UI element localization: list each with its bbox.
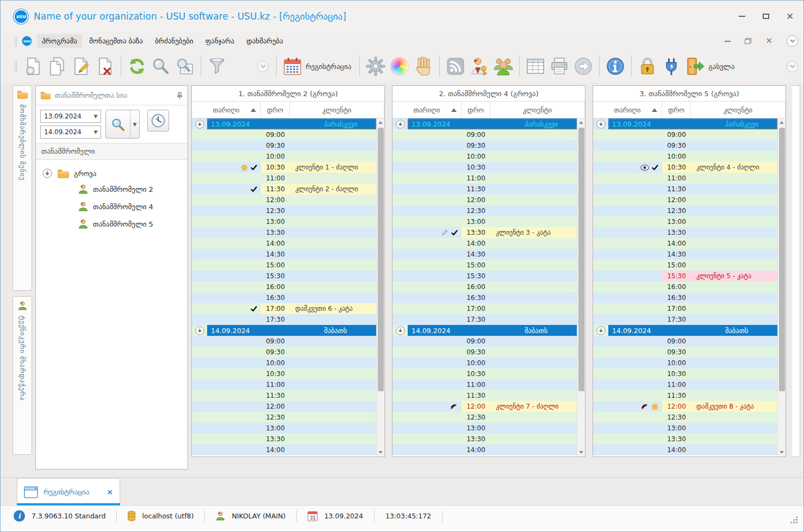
time-slot-row[interactable]: 11:00 (392, 173, 577, 184)
time-slot-row[interactable]: 17:30 (392, 314, 577, 325)
time-slot-row[interactable]: 12:30 (593, 205, 777, 216)
scrollbar-thumb[interactable] (378, 128, 384, 391)
time-slot-row[interactable]: 10:00 (593, 358, 777, 368)
time-slot-row[interactable]: 14:00 (192, 445, 376, 455)
search-button[interactable] (149, 54, 173, 78)
time-slot-row[interactable]: 09:30 (593, 347, 777, 358)
maximize-button[interactable] (760, 11, 772, 22)
time-slot-row[interactable]: 14:00 (593, 238, 777, 249)
date-group-row[interactable]: 13.09.2024პარასკევი (593, 118, 777, 129)
time-slot-row[interactable]: 09:00 (593, 336, 777, 347)
date-group-bar[interactable]: 14.09.2024შაბათს (207, 325, 376, 336)
close-button[interactable]: ✕ (784, 11, 796, 22)
time-slot-row[interactable]: 12:00 (192, 195, 376, 205)
copy-record-button[interactable] (45, 54, 69, 78)
time-slot-row[interactable]: 13:30 (593, 434, 777, 445)
time-slot-row[interactable]: 12:30 (192, 205, 376, 216)
time-slot-row[interactable]: 09:30 (593, 140, 777, 151)
time-slot-row[interactable]: 17:00 (392, 303, 577, 314)
date-group-row[interactable]: 14.09.2024შაბათს (192, 325, 376, 336)
tree-employee-item[interactable]: თანამშრომელი 5 (39, 215, 184, 233)
toolbar-overflow-button[interactable] (257, 61, 269, 72)
new-record-button[interactable] (21, 54, 45, 78)
date-group-row[interactable]: 14.09.2024შაბათს (593, 325, 777, 336)
time-slot-row[interactable]: 11:30 (593, 184, 777, 195)
time-slot-row[interactable]: 11:30 (392, 184, 577, 195)
date-from-input[interactable]: 13.09.2024 ▼ (40, 110, 101, 123)
print-button[interactable] (547, 54, 571, 78)
mdi-close-button[interactable]: ✕ (765, 37, 772, 45)
appointment-row[interactable]: 17:00დამკვეთი 6 - კატა (192, 303, 376, 314)
time-slot-row[interactable]: 16:30 (593, 292, 777, 303)
appointment-row[interactable]: 12:00დამკვეთი 8 - კატა (593, 401, 777, 412)
time-slot-row[interactable]: 11:00 (392, 379, 577, 390)
time-slot-row[interactable]: 14:00 (593, 445, 777, 455)
tree-group-node[interactable]: გროვა (39, 166, 184, 180)
collapse-icon[interactable] (42, 168, 52, 178)
time-slot-row[interactable]: 16:00 (593, 281, 777, 292)
tab-registration[interactable]: რეგისტრაცია ✕ (17, 478, 120, 505)
time-slot-row[interactable]: 14:00 (392, 445, 577, 455)
minimize-button[interactable] (736, 11, 748, 22)
toolbar-overflow-button-2[interactable] (787, 61, 798, 72)
time-slot-row[interactable]: 10:30 (392, 162, 577, 173)
feed-button[interactable] (444, 54, 468, 78)
chevron-down-icon[interactable]: ▼ (91, 110, 101, 122)
column-header-time[interactable]: დრო (261, 102, 290, 118)
scrollbar-thumb[interactable] (779, 128, 785, 391)
date-group-row[interactable]: 13.09.2024პარასკევი (192, 118, 376, 129)
appointment-row[interactable]: 15:30კლიენტი 5 - კატა (593, 271, 777, 281)
vertical-scrollbar[interactable] (777, 118, 786, 456)
time-slot-row[interactable]: 14:00 (192, 238, 376, 249)
time-slot-row[interactable]: 12:00 (593, 195, 777, 205)
time-slot-row[interactable]: 10:00 (192, 151, 376, 162)
toolbar-grip-2[interactable] (15, 61, 17, 72)
collapse-icon[interactable] (596, 326, 606, 335)
scroll-up-button[interactable] (577, 118, 585, 127)
time-slot-row[interactable]: 09:00 (192, 129, 376, 140)
tree-employee-item[interactable]: თანამშრომელი 2 (39, 180, 184, 198)
pin-icon[interactable] (176, 92, 183, 99)
sidebar-tab-support[interactable]: ტექნიკური მხარდაჭერა (13, 296, 32, 455)
menu-help[interactable]: დახმარება (241, 34, 288, 48)
scroll-up-button[interactable] (778, 118, 786, 127)
appointment-row[interactable]: 12:00კლიენტი 7 - ძაღლი (392, 401, 577, 412)
chevron-down-icon[interactable]: ▼ (91, 126, 101, 138)
time-slot-row[interactable]: 11:00 (593, 379, 777, 390)
time-slot-row[interactable]: 15:00 (192, 260, 376, 271)
scrollbar-thumb[interactable] (578, 128, 584, 391)
search-advanced-button[interactable] (173, 54, 197, 78)
time-slot-row[interactable]: 13:30 (392, 434, 577, 445)
date-group-bar[interactable]: 14.09.2024შაბათს (608, 325, 777, 336)
collapse-icon[interactable] (195, 120, 204, 129)
edit-record-button[interactable] (69, 54, 93, 78)
info-icon[interactable]: i (14, 510, 25, 522)
filter-button[interactable] (205, 54, 229, 78)
date-group-bar[interactable]: 13.09.2024პარასკევი (408, 118, 577, 129)
time-slot-row[interactable]: 13:00 (593, 423, 777, 434)
menu-program[interactable]: პროგრამა (37, 34, 82, 48)
plugins-button[interactable] (659, 54, 683, 78)
mdi-minimize-button[interactable] (725, 41, 731, 42)
sidebar-tab-user-menu[interactable]: მომხმარებლის მენიუ (13, 85, 32, 291)
vertical-scrollbar[interactable] (376, 118, 384, 456)
time-slot-row[interactable]: 09:00 (392, 336, 577, 347)
column-header-date[interactable]: თარიღი (392, 102, 462, 118)
refresh-button[interactable] (125, 54, 149, 78)
column-header-client[interactable]: კლიენტი (490, 102, 585, 118)
table-view-button[interactable] (523, 54, 547, 78)
info-button[interactable] (603, 54, 627, 78)
column-header-date[interactable]: თარიღი (593, 102, 662, 118)
collapse-icon[interactable] (396, 120, 405, 129)
time-slot-row[interactable]: 11:30 (192, 390, 376, 401)
drag-mode-button[interactable] (412, 54, 435, 78)
colors-button[interactable] (388, 54, 412, 78)
time-slot-row[interactable]: 09:30 (392, 347, 577, 358)
time-slot-row[interactable]: 09:30 (192, 347, 376, 358)
appointment-row[interactable]: 10:30კლიენტი 1 - ძაღლი (192, 162, 376, 173)
time-slot-row[interactable]: 17:30 (593, 314, 777, 325)
time-slot-row[interactable]: 16:00 (192, 281, 376, 292)
user-permissions-button[interactable] (468, 54, 491, 78)
time-slot-row[interactable]: 11:00 (593, 173, 777, 184)
forward-button[interactable] (571, 54, 595, 78)
